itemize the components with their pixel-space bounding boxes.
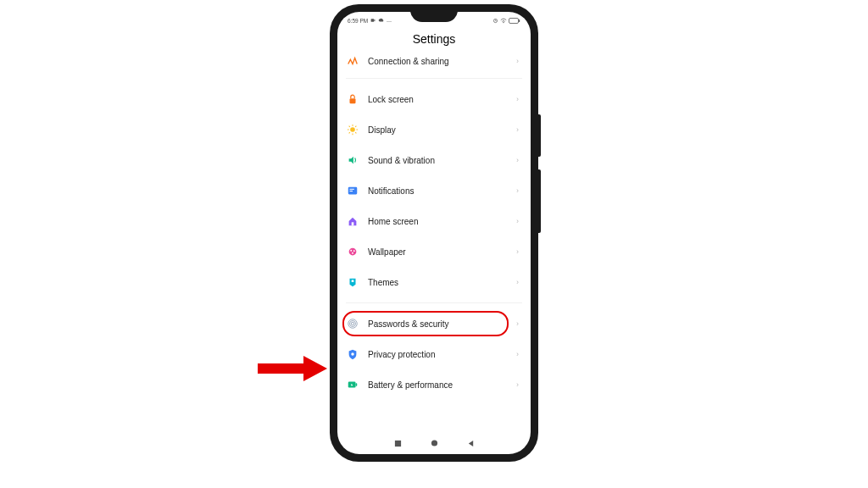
battery-performance-icon [346, 378, 359, 391]
row-label: Connection & sharing [368, 57, 508, 66]
settings-row-notifications[interactable]: Notifications › [342, 175, 526, 206]
chevron-right-icon: › [516, 319, 519, 328]
chevron-right-icon: › [516, 247, 519, 256]
battery-icon [509, 18, 520, 24]
svg-point-33 [431, 440, 437, 446]
svg-line-13 [349, 126, 350, 127]
row-label: Sound & vibration [368, 156, 508, 165]
settings-row-privacy[interactable]: Privacy protection › [342, 339, 526, 369]
svg-point-4 [503, 21, 504, 22]
row-label: Battery & performance [368, 380, 508, 390]
row-label: Privacy protection [368, 350, 508, 359]
svg-point-8 [350, 127, 355, 132]
settings-row-connection[interactable]: Connection & sharing › [342, 49, 526, 73]
chevron-right-icon: › [516, 217, 519, 225]
status-time: 6:59 PM [348, 18, 368, 24]
wallpaper-icon [346, 245, 359, 258]
camera-icon [370, 18, 376, 23]
svg-line-16 [355, 126, 356, 127]
sound-icon [346, 153, 359, 167]
connection-icon [346, 54, 359, 68]
settings-row-home-screen[interactable]: Home screen › [342, 206, 526, 236]
svg-rect-6 [519, 19, 520, 22]
chevron-right-icon: › [516, 95, 519, 103]
themes-icon [346, 275, 359, 289]
status-extra-icon: ⋯ [387, 18, 392, 24]
phone-screen: 6:59 PM ⋯ Settin [337, 12, 531, 454]
phone-notch [410, 12, 458, 22]
svg-rect-32 [394, 440, 400, 446]
power-button [538, 169, 541, 233]
notifications-icon [346, 184, 359, 197]
svg-point-29 [351, 352, 354, 356]
volume-button [538, 114, 541, 157]
chevron-right-icon: › [516, 350, 519, 358]
display-icon [346, 123, 359, 136]
alarm-icon [492, 18, 498, 24]
page-title: Settings [337, 27, 531, 49]
home-icon [346, 214, 359, 228]
navigation-bar [337, 432, 531, 454]
svg-rect-0 [371, 19, 375, 22]
row-label: Notifications [368, 186, 508, 196]
row-label: Display [368, 125, 508, 135]
arrow-annotation [254, 353, 329, 384]
phone-frame: 6:59 PM ⋯ Settin [330, 4, 538, 462]
row-label: Themes [368, 278, 508, 287]
chevron-right-icon: › [516, 380, 519, 389]
wifi-icon [500, 18, 507, 24]
settings-row-themes[interactable]: Themes › [342, 267, 526, 297]
svg-point-21 [349, 248, 357, 256]
settings-row-display[interactable]: Display › [342, 114, 526, 145]
chevron-right-icon: › [516, 57, 519, 65]
svg-line-14 [355, 132, 356, 133]
svg-point-28 [351, 322, 354, 325]
chevron-right-icon: › [516, 186, 519, 195]
divider [346, 78, 522, 79]
svg-point-24 [352, 252, 353, 254]
svg-rect-25 [352, 280, 354, 282]
svg-rect-18 [350, 189, 354, 190]
row-label: Passwords & security [368, 319, 508, 329]
row-label: Home screen [368, 217, 508, 226]
svg-point-27 [350, 321, 356, 327]
fingerprint-icon [346, 317, 359, 330]
chevron-right-icon: › [516, 156, 519, 164]
svg-rect-5 [509, 18, 519, 23]
settings-list[interactable]: Connection & sharing › Lock screen › Dis… [337, 49, 531, 432]
settings-row-battery[interactable]: Battery & performance › [342, 369, 526, 400]
svg-point-23 [353, 250, 355, 252]
lock-icon [346, 92, 359, 106]
svg-rect-7 [350, 98, 356, 103]
svg-rect-20 [352, 222, 354, 225]
nav-home-icon[interactable] [431, 440, 438, 447]
nav-recent-icon[interactable] [394, 440, 402, 447]
privacy-icon [346, 347, 359, 361]
svg-point-22 [350, 250, 352, 252]
chevron-right-icon: › [516, 278, 519, 286]
nav-back-icon[interactable] [467, 440, 475, 447]
settings-row-wallpaper[interactable]: Wallpaper › [342, 236, 526, 267]
chevron-right-icon: › [516, 125, 519, 134]
row-label: Wallpaper [368, 247, 508, 257]
cloud-icon [378, 18, 384, 23]
row-label: Lock screen [368, 95, 508, 104]
svg-rect-31 [356, 383, 358, 386]
svg-rect-19 [350, 191, 353, 191]
svg-line-15 [349, 132, 350, 133]
divider [346, 302, 522, 303]
settings-row-passwords-security[interactable]: Passwords & security › [342, 308, 526, 339]
settings-row-sound[interactable]: Sound & vibration › [342, 145, 526, 175]
settings-row-lock-screen[interactable]: Lock screen › [342, 84, 526, 114]
